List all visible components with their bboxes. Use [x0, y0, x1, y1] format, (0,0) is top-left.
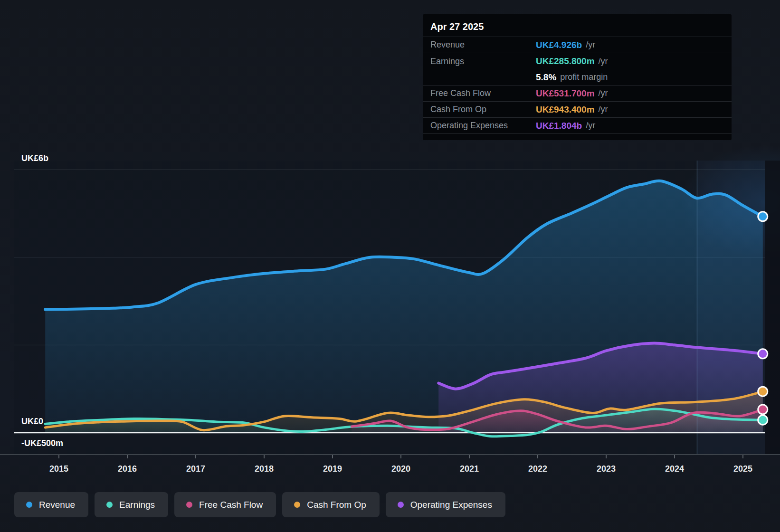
tooltip-unit: /yr: [599, 57, 608, 66]
cash-from-op-dot-icon: [294, 502, 300, 508]
tooltip-unit: profit margin: [560, 72, 608, 82]
operating-expenses-end-marker[interactable]: [758, 349, 768, 359]
legend-item-earnings[interactable]: Earnings: [95, 492, 168, 517]
tooltip-unit: /yr: [586, 121, 595, 131]
tooltip-label: Revenue: [430, 40, 536, 50]
legend-item-free-cash-flow[interactable]: Free Cash Flow: [174, 492, 276, 517]
x-axis-label: 2015: [49, 464, 68, 474]
legend: Revenue Earnings Free Cash Flow Cash Fro…: [14, 492, 505, 517]
cash-from-op-end-marker[interactable]: [758, 387, 768, 396]
revenue-end-marker[interactable]: [758, 212, 768, 221]
operating-expenses-dot-icon: [398, 502, 404, 508]
legend-label: Free Cash Flow: [199, 500, 263, 510]
legend-label: Earnings: [119, 500, 155, 510]
tooltip-panel: Apr 27 2025 Revenue UK£4.926b /yr Earnin…: [423, 14, 732, 140]
y-axis-label: -UK£500m: [21, 439, 63, 447]
free-cash-flow-dot-icon: [186, 502, 192, 508]
x-axis-label: 2022: [528, 464, 547, 474]
tooltip-label: Cash From Op: [430, 104, 536, 114]
legend-item-cash-from-op[interactable]: Cash From Op: [282, 492, 380, 517]
tooltip-row-free-cash-flow: Free Cash Flow UK£531.700m /yr: [423, 86, 732, 102]
tooltip-label: Operating Expenses: [430, 121, 536, 131]
earnings-dot-icon: [106, 502, 113, 508]
revenue-dot-icon: [26, 502, 32, 508]
tooltip-unit: /yr: [586, 40, 595, 50]
legend-label: Revenue: [39, 500, 75, 510]
tooltip-value: UK£943.400m: [536, 104, 595, 115]
y-axis-label: UK£0: [21, 417, 43, 426]
tooltip-unit: /yr: [599, 104, 608, 114]
tooltip-unit: /yr: [599, 88, 608, 98]
x-axis-label: 2025: [733, 464, 752, 474]
legend-item-operating-expenses[interactable]: Operating Expenses: [386, 492, 505, 517]
legend-item-revenue[interactable]: Revenue: [14, 492, 88, 517]
x-axis-label: 2016: [118, 464, 137, 474]
earnings-end-marker[interactable]: [758, 415, 768, 425]
x-axis-label: 2021: [460, 464, 479, 474]
x-axis-label: 2018: [255, 464, 274, 474]
x-axis-label: 2024: [665, 464, 684, 474]
x-axis-label: 2020: [391, 464, 410, 474]
tooltip-value: UK£1.804b: [536, 121, 582, 131]
legend-label: Cash From Op: [307, 500, 366, 510]
tooltip-row-cash-from-op: Cash From Op UK£943.400m /yr: [423, 102, 732, 118]
tooltip-label: Free Cash Flow: [430, 88, 536, 98]
tooltip-row-revenue: Revenue UK£4.926b /yr: [423, 37, 732, 53]
tooltip-value: UK£285.800m: [536, 56, 595, 66]
x-axis-label: 2023: [597, 464, 616, 474]
financial-history-chart-page: UK£6bUK£0-UK£500m 2015201620172018201920…: [0, 0, 780, 532]
free-cash-flow-end-marker[interactable]: [758, 405, 768, 414]
legend-label: Operating Expenses: [410, 500, 492, 510]
tooltip-value: 5.8%: [536, 72, 556, 83]
tooltip-row-operating-expenses: Operating Expenses UK£1.804b /yr: [423, 118, 732, 134]
tooltip-row-profit-margin: 5.8% profit margin: [423, 69, 732, 86]
tooltip-value: UK£4.926b: [536, 40, 582, 50]
x-axis-label: 2019: [323, 464, 342, 474]
tooltip-value: UK£531.700m: [536, 88, 595, 99]
x-axis-label: 2017: [186, 464, 205, 474]
tooltip-row-earnings: Earnings UK£285.800m /yr: [423, 53, 732, 69]
tooltip-label: Earnings: [430, 57, 536, 66]
y-axis-label: UK£6b: [21, 154, 48, 162]
tooltip-date: Apr 27 2025: [423, 14, 732, 37]
